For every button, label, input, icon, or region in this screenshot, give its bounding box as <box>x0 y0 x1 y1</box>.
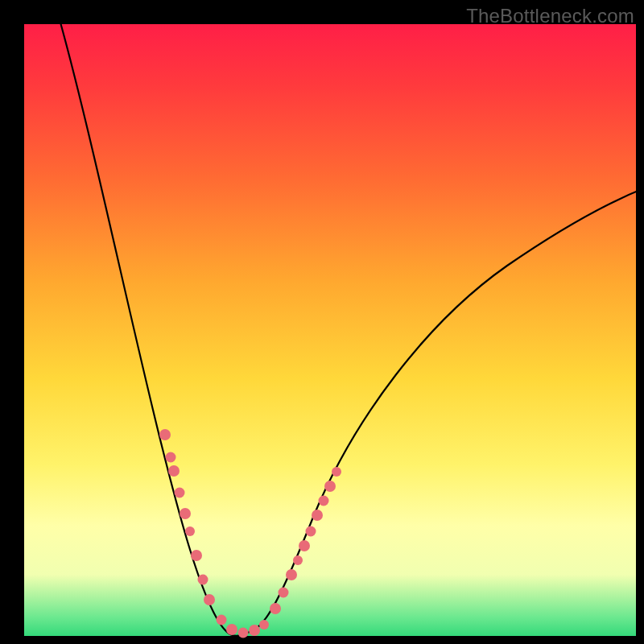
svg-point-0 <box>159 429 171 440</box>
svg-point-8 <box>204 594 215 605</box>
plot-area <box>24 24 636 636</box>
svg-point-23 <box>332 467 341 477</box>
svg-point-18 <box>299 540 310 551</box>
highlight-markers <box>159 429 341 638</box>
svg-point-17 <box>293 555 303 565</box>
curve-layer <box>24 24 636 636</box>
svg-point-9 <box>217 615 227 625</box>
bottleneck-curve <box>56 8 644 636</box>
svg-point-14 <box>270 603 281 614</box>
svg-point-7 <box>198 575 208 585</box>
svg-point-4 <box>180 508 191 519</box>
svg-point-11 <box>238 628 249 638</box>
svg-point-16 <box>286 569 297 580</box>
svg-point-2 <box>168 465 180 477</box>
svg-point-21 <box>319 496 329 506</box>
svg-point-20 <box>312 510 323 521</box>
svg-point-19 <box>306 526 316 537</box>
svg-point-5 <box>185 526 195 536</box>
svg-point-6 <box>191 550 202 561</box>
svg-point-1 <box>166 452 176 463</box>
svg-point-13 <box>259 620 269 630</box>
svg-point-15 <box>279 588 289 598</box>
svg-point-3 <box>175 488 185 498</box>
svg-point-12 <box>249 625 260 636</box>
chart-frame: TheBottleneck.com <box>0 0 644 644</box>
svg-point-22 <box>324 481 336 492</box>
svg-point-10 <box>226 624 237 635</box>
